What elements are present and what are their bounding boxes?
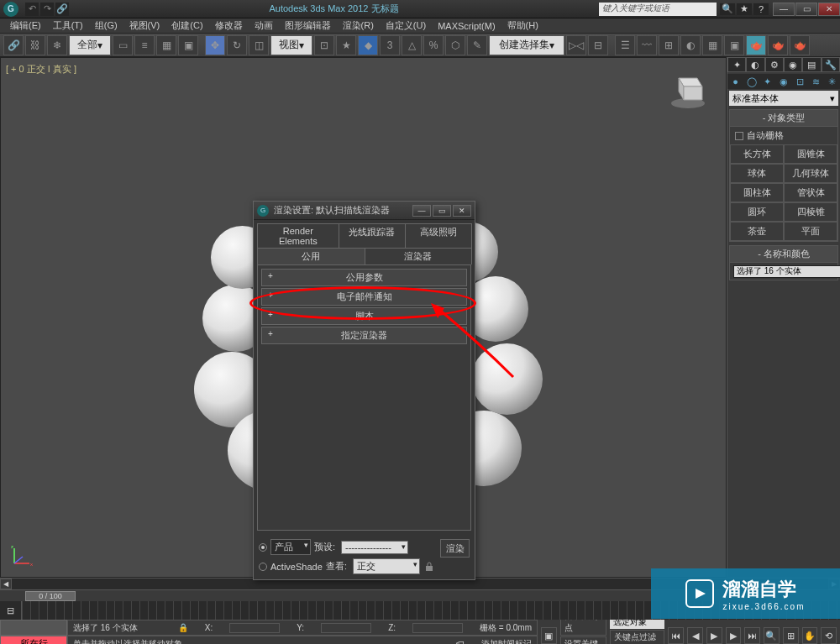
product-dropdown[interactable]: 产品 (270, 539, 311, 555)
autogrid-checkbox[interactable]: 自动栅格 (730, 127, 837, 144)
snap-toggle-icon[interactable]: ◆ (358, 35, 378, 55)
radio-activeshade[interactable] (259, 563, 267, 571)
select-region-icon[interactable]: ▦ (156, 35, 176, 55)
view-dropdown[interactable]: 正交 (353, 558, 420, 574)
prim-teapot[interactable]: 茶壶 (730, 222, 784, 241)
scale-tool-icon[interactable]: ◫ (249, 35, 269, 55)
select-tool-icon[interactable]: ▭ (113, 35, 133, 55)
object-name-input[interactable] (733, 265, 840, 278)
primitive-category-dropdown[interactable]: 标准基本体▾ (729, 91, 838, 106)
viewport[interactable]: [ + 0 正交 I 真实 ] z x (0, 57, 727, 578)
menu-edit[interactable]: 编辑(E) (5, 18, 46, 33)
coord-z-input[interactable] (412, 623, 463, 633)
render-production-icon[interactable]: 🫖 (746, 35, 766, 55)
prim-geosphere[interactable]: 几何球体 (784, 164, 837, 183)
macro-recorder-button[interactable]: 所在行 (0, 636, 67, 644)
menu-rendering[interactable]: 渲染(R) (338, 18, 379, 33)
window-crossing-icon[interactable]: ▣ (178, 35, 198, 55)
redo-icon[interactable]: ↷ (40, 3, 54, 16)
ref-coord-dropdown[interactable]: 视图 ▾ (270, 35, 312, 55)
menu-animation[interactable]: 动画 (249, 18, 278, 33)
panel-tab-modify[interactable]: ◐ (746, 57, 764, 72)
prim-cylinder[interactable]: 圆柱体 (730, 183, 784, 202)
select-name-icon[interactable]: ≡ (134, 35, 155, 55)
schematic-icon[interactable]: ⊞ (659, 35, 679, 55)
help-icon[interactable]: 🔍 (720, 3, 735, 15)
link-tool-icon[interactable]: 🔗 (3, 35, 24, 55)
isolate-icon[interactable]: ▣ (541, 627, 557, 644)
star-icon[interactable]: ★ (737, 3, 752, 15)
rollout-assign-renderer[interactable]: +指定渲染器 (261, 327, 467, 344)
setkey-button[interactable]: 设置关键点 (560, 636, 607, 645)
cat-shapes-icon[interactable]: ◯ (743, 74, 759, 89)
edit-named-icon[interactable]: ✎ (467, 35, 487, 55)
menu-grapheditors[interactable]: 图形编辑器 (280, 18, 336, 33)
lock-icon[interactable] (423, 561, 435, 573)
preset-dropdown[interactable]: --------------- (341, 541, 408, 554)
maximize-button[interactable]: ▭ (795, 3, 817, 16)
cat-lights-icon[interactable]: ✦ (759, 74, 775, 89)
prim-sphere[interactable]: 球体 (730, 164, 784, 183)
key-filters-button[interactable]: 关键点过滤器 (610, 630, 664, 645)
percent-snap-icon[interactable]: % (423, 35, 444, 55)
render-iterative-icon[interactable]: 🫖 (768, 35, 788, 55)
next-frame-icon[interactable]: ▶ (726, 627, 742, 644)
dialog-close-button[interactable]: ✕ (453, 205, 471, 217)
goto-end-icon[interactable]: ⏭ (744, 627, 760, 644)
menu-modifiers[interactable]: 修改器 (210, 18, 248, 33)
prim-pyramid[interactable]: 四棱锥 (784, 202, 837, 222)
cat-cameras-icon[interactable]: ◉ (775, 74, 791, 89)
selection-filter-dropdown[interactable]: 全部 ▾ (69, 35, 111, 55)
scroll-left-icon[interactable]: ◀ (0, 579, 12, 589)
menu-maxscript[interactable]: MAXScript(M) (433, 20, 500, 32)
time-tag-icon[interactable]: 🏷 (456, 639, 465, 644)
render-last-icon[interactable]: 🫖 (790, 35, 810, 55)
panel-tab-display[interactable]: ▤ (802, 57, 821, 72)
tab-render-elements[interactable]: Render Elements (257, 223, 339, 248)
coord-x-input[interactable] (229, 623, 280, 633)
close-button[interactable]: ✕ (818, 3, 840, 16)
rotate-tool-icon[interactable]: ↻ (227, 35, 247, 55)
prim-tube[interactable]: 管状体 (784, 183, 837, 202)
cat-geometry-icon[interactable]: ● (727, 74, 743, 89)
play-icon[interactable]: ▶ (706, 627, 722, 644)
prim-cone[interactable]: 圆锥体 (784, 144, 837, 164)
undo-icon[interactable]: ↶ (25, 3, 39, 16)
viewport-label[interactable]: [ + 0 正交 I 真实 ] (6, 63, 76, 76)
rollout-common-params[interactable]: +公用参数 (261, 269, 467, 286)
time-slider-thumb[interactable]: 0 / 100 (25, 591, 76, 601)
rollout-scripts[interactable]: +脚本 (261, 307, 467, 325)
dialog-maximize-button[interactable]: ▭ (433, 205, 451, 217)
named-selection-dropdown[interactable]: 创建选择集 ▾ (489, 35, 564, 55)
goto-start-icon[interactable]: ⏮ (668, 627, 684, 644)
nav-zoom-icon[interactable]: 🔍 (764, 627, 780, 644)
align-tool-icon[interactable]: ⊟ (588, 35, 608, 55)
menu-create[interactable]: 创建(C) (166, 18, 207, 33)
menu-views[interactable]: 视图(V) (124, 18, 165, 33)
prim-box[interactable]: 长方体 (730, 144, 784, 164)
trackbar-toggle-icon[interactable]: ⊟ (0, 601, 22, 620)
help-search-input[interactable]: 键入关键字或短语 (599, 3, 717, 16)
move-tool-icon[interactable]: ✥ (205, 35, 225, 55)
lock-selection-icon[interactable]: 🔒 (178, 623, 188, 632)
dialog-minimize-button[interactable]: — (412, 205, 431, 217)
app-logo-icon[interactable]: G (3, 2, 18, 17)
viewcube-icon[interactable] (667, 68, 709, 110)
rollout-email[interactable]: +电子邮件通知 (261, 288, 467, 306)
prev-frame-icon[interactable]: ◀ (687, 627, 703, 644)
nav-orbit-icon[interactable]: ⟲ (821, 627, 837, 644)
menu-customize[interactable]: 自定义(U) (381, 18, 431, 33)
unlink-tool-icon[interactable]: ⛓ (25, 35, 45, 55)
layer-manager-icon[interactable]: ☰ (615, 35, 635, 55)
nav-pan-icon[interactable]: ✋ (802, 627, 818, 644)
minimize-button[interactable]: — (773, 3, 795, 16)
panel-tab-utilities[interactable]: 🔧 (822, 57, 840, 72)
panel-tab-motion[interactable]: ◉ (784, 57, 802, 72)
cat-spacewarps-icon[interactable]: ≋ (808, 74, 824, 89)
coord-y-input[interactable] (321, 623, 371, 633)
tab-advanced-lighting[interactable]: 高级照明 (405, 223, 472, 248)
panel-tab-create[interactable]: ✦ (727, 57, 746, 72)
render-setup-icon[interactable]: ▦ (702, 35, 722, 55)
nav-zoomall-icon[interactable]: ⊞ (783, 627, 799, 644)
render-frame-icon[interactable]: ▣ (724, 35, 744, 55)
